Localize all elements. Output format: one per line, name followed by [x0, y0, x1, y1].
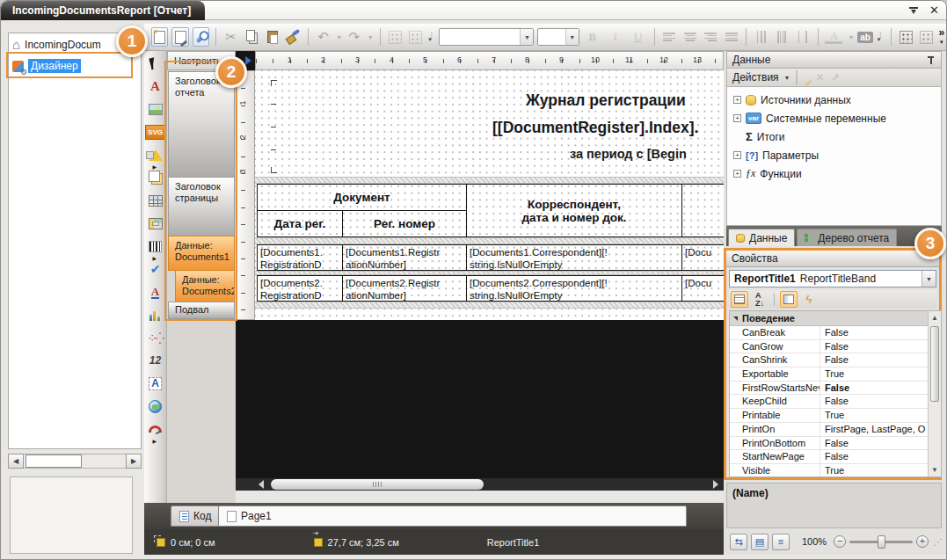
checkbox-tool[interactable]: ✔ [147, 260, 164, 278]
image-tool[interactable] [147, 100, 164, 118]
alphabetical-view-button[interactable]: AZ↓ [751, 291, 769, 308]
property-row[interactable]: CanBreakFalse [730, 326, 941, 340]
tab-code[interactable]: Код [171, 505, 220, 527]
property-row[interactable]: PrintOnBottomFalse [730, 437, 941, 451]
align-justify-button[interactable] [723, 27, 739, 47]
line-spacing-2-button[interactable] [774, 27, 790, 47]
view-data-icon[interactable]: ↗ [832, 71, 840, 84]
dock-pin-icon[interactable] [908, 6, 919, 15]
property-row[interactable]: VisibleTrue [730, 464, 941, 477]
shape-tool[interactable]: ▶ [147, 146, 164, 164]
pin-icon[interactable] [927, 55, 935, 65]
chevron-down-icon[interactable]: ▼ [565, 29, 579, 45]
close-icon[interactable]: ✕ [929, 3, 939, 18]
undo-dropdown-icon[interactable]: ▼ [336, 34, 342, 40]
expand-icon[interactable]: + [733, 170, 741, 178]
tab-report-tree[interactable]: Дерево отчета [797, 229, 897, 246]
italic-button[interactable]: I [606, 27, 625, 47]
data-cell[interactable]: [Documents2.Correspondent][!string.IsNul… [466, 275, 682, 302]
scrollbar-thumb[interactable] [25, 455, 82, 468]
cut-button[interactable]: ✂ [222, 27, 239, 47]
property-grid-scrollbar[interactable]: ▲ ▼ [928, 311, 941, 476]
header-cell-number[interactable]: Рег. номер [342, 210, 467, 237]
align-right-button[interactable] [702, 27, 718, 47]
data-cell[interactable]: [Docu [681, 244, 724, 271]
resize-grip-icon[interactable]: ⋰ [934, 537, 942, 547]
barcode-tool[interactable]: ▶ [147, 237, 164, 255]
scroll-right-icon[interactable] [713, 480, 718, 489]
more-buttons-icon[interactable]: »▾ [938, 29, 944, 46]
toolbar-overflow-icon[interactable]: ⋮▾ [877, 33, 885, 41]
tree-item-datasources[interactable]: + Источники данных [727, 91, 941, 109]
expand-icon[interactable]: + [733, 114, 741, 122]
font-size-combo[interactable]: ▼ [537, 28, 579, 46]
header-cell-correspondent[interactable]: Корреспондент, дата и номер док. [466, 184, 682, 237]
table-tool[interactable] [147, 192, 164, 209]
scrollbar-thumb[interactable] [271, 479, 484, 490]
data-cell[interactable]: [Docu [681, 275, 724, 302]
zoom-slider-thumb[interactable] [878, 535, 885, 549]
copy-button[interactable] [244, 27, 260, 47]
properties-view-button[interactable] [780, 291, 798, 308]
property-row[interactable]: CanGrowFalse [730, 340, 941, 354]
property-row[interactable]: StartNewPageFalse [730, 450, 941, 464]
align-to-grid-button[interactable] [386, 27, 403, 47]
data-cell[interactable]: [Documents2.RegistrationD [257, 275, 343, 302]
report-title-line3[interactable]: за период с [Begin [570, 147, 687, 161]
toolbar-overflow-icon[interactable]: ⋮▾ [427, 33, 435, 41]
data-cell[interactable]: [Documents1.RegistrationD [257, 244, 343, 271]
align-left-button[interactable] [661, 27, 678, 47]
redo-button[interactable]: ↷ [346, 27, 362, 47]
text-in-cells-tool[interactable]: A [147, 375, 164, 392]
property-row[interactable]: FirstRowStartsNevFalse [730, 382, 941, 396]
property-row[interactable]: ExportableTrue [730, 367, 941, 382]
tree-item-parameters[interactable]: + [?] Параметры [727, 146, 941, 164]
text-tool[interactable]: A [147, 77, 164, 95]
scrollbar-thumb[interactable] [930, 326, 939, 402]
events-view-button[interactable]: ϟ [800, 291, 818, 308]
chart-tool[interactable] [147, 306, 164, 324]
scroll-left-icon[interactable]: ◀ [8, 454, 24, 469]
zoom-in-icon[interactable]: + [916, 535, 929, 548]
page-number-tool[interactable]: 12 [147, 352, 164, 369]
chevron-down-icon[interactable]: ▼ [922, 271, 936, 287]
edit-icon[interactable] [796, 71, 809, 84]
scroll-up-icon[interactable]: ▲ [929, 311, 941, 324]
chevron-down-icon[interactable]: ▼ [784, 75, 790, 81]
expand-icon[interactable]: + [733, 96, 741, 104]
font-name-combo[interactable]: ▼ [439, 28, 534, 46]
expand-icon[interactable]: + [733, 151, 741, 159]
header-cell-document[interactable]: Документ [257, 184, 467, 211]
zoom-slider[interactable] [849, 541, 913, 543]
data-cell[interactable]: [Documents1.Correspondent][!string.IsNul… [466, 244, 682, 271]
property-row[interactable]: CanShrinkFalse [730, 353, 941, 367]
dropdown-arrow-icon[interactable]: ▶ [153, 438, 157, 444]
scroll-right-icon[interactable]: ▶ [126, 454, 142, 469]
bold-button[interactable]: B [583, 27, 602, 47]
undo-button[interactable]: ↶ [315, 27, 331, 47]
categorized-view-button[interactable] [731, 291, 748, 308]
actions-menu-button[interactable]: Действия [732, 71, 779, 84]
data-cell[interactable]: [Documents2.RegistrationNumber] [342, 275, 467, 302]
tree-item-totals[interactable]: Σ Итоги [727, 127, 941, 146]
chevron-down-icon[interactable]: ▼ [520, 29, 533, 45]
grid-dots-button[interactable] [898, 27, 914, 47]
line-spacing-3-button[interactable] [794, 27, 811, 47]
new-report-button[interactable]: ✶ [151, 27, 168, 47]
font-color-dropdown-icon[interactable]: ▼ [848, 34, 854, 40]
data-cell[interactable]: [Documents1.RegistrationNumber] [342, 244, 467, 271]
font-color-button[interactable]: A [824, 27, 843, 47]
scroll-down-icon[interactable]: ▼ [929, 463, 941, 476]
sparkline-tool[interactable]: ⁘⁛ [147, 329, 164, 346]
align-center-button[interactable] [681, 27, 698, 47]
paste-button[interactable] [264, 27, 280, 47]
grid-lines-button[interactable] [918, 27, 935, 47]
collapse-arrow-icon[interactable] [245, 56, 251, 65]
design-surface[interactable]: 1 2 3 4 5 6 7 8 9 10 11 12 13 1 2 3 [236, 51, 724, 491]
highlight-button[interactable]: ab [857, 32, 873, 43]
format-painter-button[interactable] [285, 27, 302, 47]
header-cell-date[interactable]: Дата рег. [257, 210, 343, 237]
tree-item-system-variables[interactable]: + var Системные переменные [727, 109, 941, 127]
delete-icon[interactable]: ✕ [814, 71, 827, 84]
page-settings-button[interactable] [171, 27, 188, 47]
